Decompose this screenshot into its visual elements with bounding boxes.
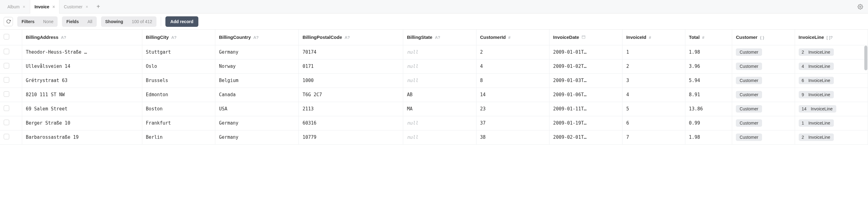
cell-invoiceid[interactable]: 3 [622,73,685,87]
cell-customer[interactable]: Customer [732,130,795,144]
cell-billingcity[interactable]: Stuttgart [142,45,215,59]
column-header-billingstate[interactable]: BillingState A? [403,30,476,45]
invoiceline-chip[interactable]: 6InvoiceLine [799,77,834,84]
cell-customerid[interactable]: 4 [476,59,549,73]
cell-customer[interactable]: Customer [732,116,795,130]
filters-pill[interactable]: Filters None [17,16,58,27]
cell-billingaddress[interactable]: 8210 111 ST NW [22,87,142,102]
table-row[interactable]: Grétrystraat 63BrusselsBelgium1000null82… [0,73,868,87]
customer-chip[interactable]: Customer [736,91,762,98]
column-header-invoiceline[interactable]: InvoiceLine [ ]? [795,30,868,45]
table-row[interactable]: Barbarossastraße 19BerlinGermany10779nul… [0,130,868,144]
cell-total[interactable]: 1.98 [685,45,732,59]
fields-pill[interactable]: Fields All [62,16,96,27]
cell-invoiceline[interactable]: 2InvoiceLine [795,45,868,59]
cell-customerid[interactable]: 37 [476,116,549,130]
tab-customer[interactable]: Customer× [59,0,93,14]
invoiceline-chip[interactable]: 4InvoiceLine [799,62,834,70]
table-row[interactable]: Berger Straße 10FrankfurtGermany60316nul… [0,116,868,130]
cell-customer[interactable]: Customer [732,59,795,73]
add-tab-button[interactable]: + [93,3,104,10]
column-header-total[interactable]: Total # [685,30,732,45]
customer-chip[interactable]: Customer [736,119,762,127]
close-icon[interactable]: × [52,4,55,9]
add-record-button[interactable]: Add record [165,16,198,27]
showing-pill[interactable]: Showing 100 of 412 [101,16,157,27]
cell-billingcountry[interactable]: Belgium [215,73,299,87]
table-row[interactable]: 69 Salem StreetBostonUSA2113MA232009-01-… [0,102,868,116]
cell-invoicedate[interactable]: 2009-01-02T… [549,59,622,73]
invoiceline-chip[interactable]: 9InvoiceLine [799,91,834,98]
cell-customerid[interactable]: 38 [476,130,549,144]
cell-invoicedate[interactable]: 2009-01-19T… [549,116,622,130]
cell-billingcity[interactable]: Berlin [142,130,215,144]
cell-billingstate[interactable]: null [403,116,476,130]
invoiceline-chip[interactable]: 2InvoiceLine [799,48,834,56]
customer-chip[interactable]: Customer [736,134,762,141]
cell-billingpostalcode[interactable]: T6G 2C7 [299,87,403,102]
cell-invoiceline[interactable]: 14InvoiceLine [795,102,868,116]
cell-invoiceline[interactable]: 6InvoiceLine [795,73,868,87]
customer-chip[interactable]: Customer [736,105,762,112]
cell-customerid[interactable]: 8 [476,73,549,87]
cell-billingpostalcode[interactable]: 1000 [299,73,403,87]
cell-invoiceid[interactable]: 6 [622,116,685,130]
row-checkbox[interactable] [4,119,9,125]
cell-billingpostalcode[interactable]: 0171 [299,59,403,73]
cell-invoicedate[interactable]: 2009-01-11T… [549,102,622,116]
cell-billingaddress[interactable]: Theodor-Heuss-Straße … [22,45,142,59]
column-header-billingpostalcode[interactable]: BillingPostalCode A? [299,30,403,45]
cell-billingcity[interactable]: Frankfurt [142,116,215,130]
invoiceline-chip[interactable]: 1InvoiceLine [799,119,834,127]
cell-invoicedate[interactable]: 2009-01-06T… [549,87,622,102]
cell-total[interactable]: 3.96 [685,59,732,73]
cell-invoiceid[interactable]: 2 [622,59,685,73]
cell-billingcity[interactable]: Brussels [142,73,215,87]
column-header-invoiceid[interactable]: InvoiceId # [622,30,685,45]
cell-customer[interactable]: Customer [732,87,795,102]
cell-invoicedate[interactable]: 2009-01-03T… [549,73,622,87]
cell-billingaddress[interactable]: Grétrystraat 63 [22,73,142,87]
cell-billingstate[interactable]: AB [403,87,476,102]
cell-billingpostalcode[interactable]: 10779 [299,130,403,144]
cell-invoiceline[interactable]: 4InvoiceLine [795,59,868,73]
table-row[interactable]: Theodor-Heuss-Straße …StuttgartGermany70… [0,45,868,59]
cell-customer[interactable]: Customer [732,73,795,87]
cell-billingpostalcode[interactable]: 70174 [299,45,403,59]
row-checkbox[interactable] [4,63,9,69]
customer-chip[interactable]: Customer [736,62,762,70]
tab-album[interactable]: Album× [3,0,30,14]
column-header-billingcountry[interactable]: BillingCountry A? [215,30,299,45]
cell-billingstate[interactable]: MA [403,102,476,116]
row-checkbox[interactable] [4,105,9,111]
cell-billingaddress[interactable]: Berger Straße 10 [22,116,142,130]
refresh-button[interactable] [4,17,13,26]
cell-invoiceid[interactable]: 4 [622,87,685,102]
tab-invoice[interactable]: Invoice× [30,0,59,14]
cell-billingcountry[interactable]: Canada [215,87,299,102]
row-checkbox[interactable] [4,134,9,139]
cell-billingstate[interactable]: null [403,130,476,144]
cell-total[interactable]: 5.94 [685,73,732,87]
column-header-invoicedate[interactable]: InvoiceDate [549,30,622,45]
cell-billingcountry[interactable]: Germany [215,116,299,130]
cell-customerid[interactable]: 14 [476,87,549,102]
cell-invoicedate[interactable]: 2009-01-01T… [549,45,622,59]
cell-billingcountry[interactable]: Germany [215,45,299,59]
table-row[interactable]: 8210 111 ST NWEdmontonCanadaT6G 2C7AB142… [0,87,868,102]
cell-total[interactable]: 1.98 [685,130,732,144]
cell-billingcountry[interactable]: USA [215,102,299,116]
cell-invoiceline[interactable]: 9InvoiceLine [795,87,868,102]
customer-chip[interactable]: Customer [736,77,762,84]
cell-billingaddress[interactable]: Ullevålsveien 14 [22,59,142,73]
row-checkbox[interactable] [4,91,9,97]
cell-customer[interactable]: Customer [732,45,795,59]
cell-billingstate[interactable]: null [403,73,476,87]
cell-billingcountry[interactable]: Norway [215,59,299,73]
invoiceline-chip[interactable]: 14InvoiceLine [799,105,836,112]
cell-invoiceid[interactable]: 7 [622,130,685,144]
customer-chip[interactable]: Customer [736,48,762,56]
column-header-billingcity[interactable]: BillingCity A? [142,30,215,45]
select-all-checkbox[interactable] [4,34,9,39]
invoiceline-chip[interactable]: 2InvoiceLine [799,134,834,141]
